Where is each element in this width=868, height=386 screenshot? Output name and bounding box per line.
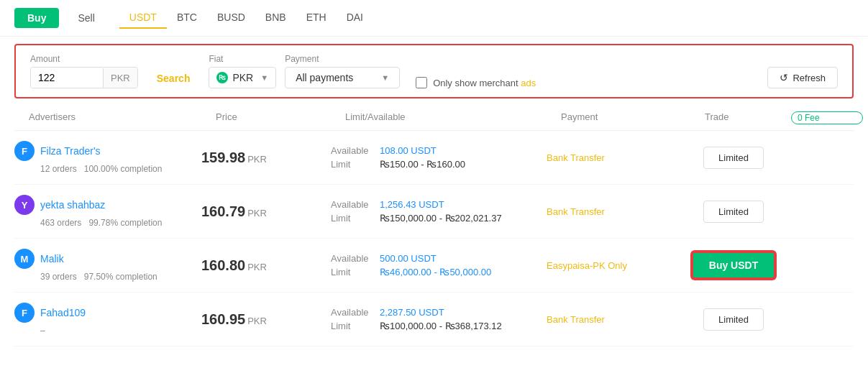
trade-col[interactable]: Buy USDT [690,252,777,279]
header-limit-available: Limit/Available [345,111,561,124]
limit-label: Limit [331,159,374,170]
fiat-chevron-icon: ▼ [260,73,268,82]
price-col: 160.80PKR [201,257,331,274]
order-count: 12 orders [40,164,77,174]
payment-method: Bank Transfer [547,152,605,163]
limit-value: ₨150,000.00 - ₨202,021.37 [380,213,502,224]
limited-button[interactable]: Limited [703,201,764,223]
available-row: Available 500.00 USDT [331,253,547,264]
refresh-button[interactable]: ↺ Refresh [767,67,838,88]
payment-col: Easypaisa-PK Only [547,260,690,271]
refresh-label: Refresh [792,73,826,83]
limit-row: Limit ₨150,000.00 - ₨202,021.37 [331,213,547,224]
price-value: 159.98 [201,150,245,165]
price-currency: PKR [247,262,267,272]
advertiser-name[interactable]: yekta shahbaz [40,199,105,211]
fiat-group: Fiat ₨ PKR ▼ [209,54,276,88]
trade-col[interactable]: Limited [690,308,777,331]
advertiser-name-row: M Malik [14,249,201,269]
payment-select[interactable]: All payments ▼ [285,67,400,88]
price-currency: PKR [247,208,267,219]
trade-col[interactable]: Limited [690,201,777,223]
payment-col: Bank Transfer [547,314,690,325]
available-value: 500.00 USDT [380,253,437,264]
price-currency: PKR [247,316,267,326]
limited-button[interactable]: Limited [703,147,764,169]
advertiser-col: M Malik 39 orders 97.50% completion [14,249,201,282]
buy-usdt-button[interactable]: Buy USDT [692,252,775,279]
order-count: 39 orders [40,272,77,282]
advertiser-name[interactable]: Malik [40,253,64,265]
order-completion: 97.50% completion [79,272,157,282]
limit-col: Available 500.00 USDT Limit ₨46,000.00 -… [331,253,547,277]
header-advertisers: Advertisers [29,111,216,124]
payment-method: Bank Transfer [547,314,605,325]
limit-label: Limit [331,321,374,331]
header-trade: Trade [705,111,791,124]
currency-tab-btc[interactable]: BTC [167,7,207,29]
price-col: 160.95PKR [201,311,331,328]
amount-group: Amount PKR [30,54,138,88]
available-value: 2,287.50 USDT [380,307,444,318]
order-completion: 99.78% completion [84,218,163,228]
limited-button[interactable]: Limited [703,308,764,331]
buy-tab-button[interactable]: Buy [14,8,59,28]
price-value: 160.79 [201,203,245,219]
available-value: 108.00 USDT [380,145,437,156]
price-col: 160.79PKR [201,203,331,220]
currency-tab-eth[interactable]: ETH [296,7,337,29]
currency-tab-usdt[interactable]: USDT [119,7,167,29]
advertiser-col: F Filza Trader's 12 orders 100.00% compl… [14,141,201,174]
fiat-select[interactable]: ₨ PKR ▼ [209,67,276,88]
top-bar: Buy Sell USDTBTCBUSDBNBETHDAI [0,0,868,37]
available-label: Available [331,253,374,264]
payment-group: Payment All payments ▼ [285,54,400,88]
limit-col: Available 2,287.50 USDT Limit ₨100,000.0… [331,307,547,331]
limit-row: Limit ₨100,000.00 - ₨368,173.12 [331,321,547,331]
currency-tab-bnb[interactable]: BNB [255,7,296,29]
table-rows: F Filza Trader's 12 orders 100.00% compl… [14,131,854,346]
sell-tab-button[interactable]: Sell [65,8,107,28]
payment-col: Bank Transfer [547,152,690,163]
available-label: Available [331,199,374,210]
header-fee: 0 Fee [791,111,863,124]
search-button[interactable]: Search [147,68,201,88]
advertiser-name[interactable]: Fahad109 [40,307,86,318]
table-row: F Filza Trader's 12 orders 100.00% compl… [14,131,854,185]
merchant-ads-link[interactable]: ads [521,78,536,88]
advertiser-orders: 463 orders 99.78% completion [14,218,201,228]
avatar: Y [14,195,35,215]
limit-value: ₨46,000.00 - ₨50,000.00 [380,267,491,277]
avatar: M [14,249,35,269]
currency-tabs: USDTBTCBUSDBNBETHDAI [119,7,373,29]
price-col: 159.98PKR [201,150,331,166]
available-label: Available [331,145,374,156]
amount-label: Amount [30,54,138,64]
price-value: 160.80 [201,257,245,273]
header-payment: Payment [561,111,705,124]
trade-col[interactable]: Limited [690,147,777,169]
payment-label: Payment [285,54,400,64]
available-row: Available 1,256.43 USDT [331,199,547,210]
available-row: Available 108.00 USDT [331,145,547,156]
payment-value: All payments [296,72,374,83]
fiat-value: PKR [232,72,253,83]
table-header: Advertisers Price Limit/Available Paymen… [14,106,854,131]
available-row: Available 2,287.50 USDT [331,307,547,318]
amount-input[interactable] [31,68,103,88]
merchant-checkbox[interactable] [416,77,427,88]
avatar: F [14,303,35,323]
fiat-icon: ₨ [216,72,228,83]
limit-col: Available 1,256.43 USDT Limit ₨150,000.0… [331,199,547,224]
currency-tab-busd[interactable]: BUSD [207,7,255,29]
amount-currency: PKR [103,68,137,88]
order-completion: 100.00% completion [79,164,162,174]
limit-col: Available 108.00 USDT Limit ₨150.00 - ₨1… [331,145,547,170]
payment-method: Easypaisa-PK Only [547,260,627,271]
limit-label: Limit [331,267,374,277]
advertiser-name[interactable]: Filza Trader's [40,145,101,157]
order-count: – [40,326,45,336]
currency-tab-dai[interactable]: DAI [337,7,373,29]
amount-input-wrap: PKR [30,67,138,88]
payment-col: Bank Transfer [547,206,690,217]
